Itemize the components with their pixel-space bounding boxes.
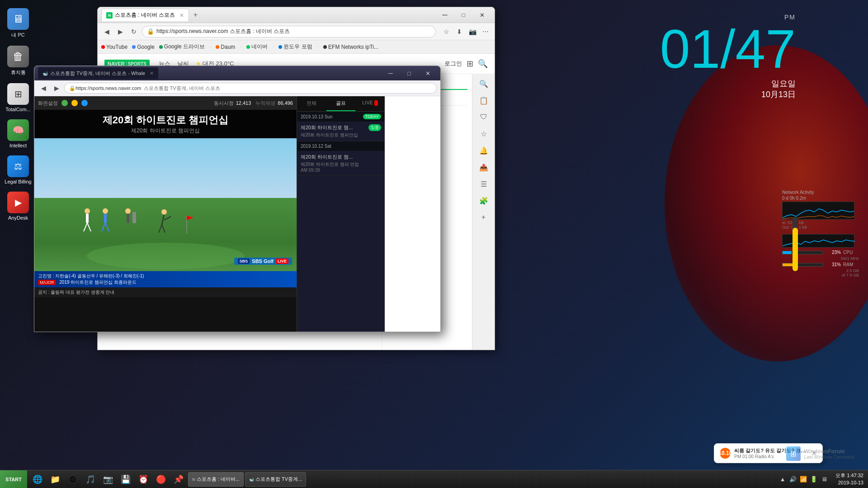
date-header-2: 2019.10.12 Sat (297, 141, 385, 151)
sidebar-search[interactable]: 🔍 (476, 76, 491, 91)
refresh-btn[interactable]: ↻ (128, 26, 139, 37)
maximize-btn[interactable]: □ (454, 8, 472, 22)
grid-icon[interactable]: ⊞ (467, 59, 473, 69)
whale-forward[interactable]: ▶ (51, 83, 62, 94)
new-tab-btn[interactable]: + (190, 9, 201, 20)
sidebar-bookmark[interactable]: 📋 (476, 93, 491, 108)
download-btn[interactable]: ⬇ (454, 26, 465, 37)
bookmark-btn[interactable]: ☆ (441, 26, 452, 37)
tray-show-hidden[interactable]: ▲ (778, 475, 787, 484)
close-btn[interactable]: ✕ (473, 8, 491, 22)
whale-active-tab[interactable]: 🐋 스포츠통합 TV중계, 네이버 스포츠 - Whale ✕ (38, 67, 158, 79)
windows-forum-watermark: ⊞ WindowsForum Last Windows Command (786, 446, 854, 461)
cpu-percent: 23% (825, 250, 841, 255)
tray-volume[interactable]: 🔊 (788, 475, 797, 484)
naver-url-bar[interactable]: 🔒 https://sports.news.naver.com 스포츠홈 : 네… (142, 26, 436, 38)
anydesk-icon-image: ▶ (7, 192, 29, 213)
schedule-item-1[interactable]: 제20회 하이트진로 챔... 있중 제20회 하이트진로 챔피언십 (297, 122, 385, 141)
sidebar-share[interactable]: 📤 (476, 160, 491, 174)
icon-legal-billing[interactable]: ⚖ Legal Billing (0, 152, 36, 188)
taskbar-icon-music[interactable]: 🎵 (82, 471, 99, 488)
sidebar-plus[interactable]: + (476, 210, 491, 225)
screenshot-btn[interactable]: 📷 (467, 26, 478, 37)
naver-navbar: ◀ ▶ ↻ 🔒 https://sports.news.naver.com 스포… (98, 23, 495, 40)
network-label: Network Activity (782, 190, 859, 195)
start-button[interactable]: START (0, 470, 27, 488)
taskbar-icon-save[interactable]: 💾 (118, 471, 134, 488)
date-1: 2019.10.13 Sun (301, 114, 333, 119)
sidebar-shield[interactable]: 🛡 (476, 110, 491, 124)
whale-minimize[interactable]: ─ (382, 66, 400, 80)
search-icon[interactable]: 🔍 (478, 59, 488, 69)
taskbar-icon-clock[interactable]: ⏰ (135, 471, 151, 488)
tray-monitor[interactable]: 🖥 (820, 475, 829, 484)
date-header-1: 2019.10.13 Sun TODAY (297, 112, 385, 122)
tv-broadcast-area: 화면설정 동시시청 12,413 누적재생 86,496 제20회 하이트진로 … (34, 96, 297, 332)
tray-time: 오후 1:47:32 2019-10-13 (835, 472, 863, 486)
svg-point-17 (161, 209, 167, 215)
bookmark-google-drive[interactable]: Google 드라이브 (159, 43, 205, 51)
sidebar-bell[interactable]: 🔔 (476, 143, 491, 158)
sidebar-list[interactable]: ☰ (476, 177, 491, 191)
taskbar-icon-folder[interactable]: 📁 (47, 471, 63, 488)
naver-tab-close[interactable]: ✕ (179, 12, 184, 19)
schedule-item-2[interactable]: 제20회 하이트진로 챔... 제20회 하이트진로 챔피 언업 AM 09:3… (297, 151, 385, 176)
bookmark-youtube[interactable]: YouTube (101, 44, 127, 50)
taskbar-icon-red[interactable]: 🔴 (153, 471, 169, 488)
svg-point-6 (85, 208, 90, 214)
whale-close[interactable]: ✕ (419, 66, 437, 80)
whale-back[interactable]: ◀ (38, 83, 49, 94)
taskbar-whale-window[interactable]: 🐋 스포츠통합 TV중계... (245, 472, 306, 487)
volume-slider[interactable] (793, 217, 798, 271)
tray-network[interactable]: 📶 (799, 475, 808, 484)
taskbar-time-area[interactable]: 오후 1:47:32 2019-10-13 (831, 470, 868, 488)
naver-active-tab[interactable]: N 스포츠홈 : 네이버 스포츠 ✕ (101, 9, 189, 21)
cpu-bar (782, 251, 823, 254)
taskbar-icon-pin[interactable]: 📌 (170, 471, 187, 488)
taskbar-icon-camera[interactable]: 📷 (100, 471, 116, 488)
svg-line-19 (164, 216, 171, 220)
icon-anydesk[interactable]: ▶ AnyDesk (0, 188, 36, 224)
bookmark-naver[interactable]: 네이버 (246, 43, 268, 51)
bookmark-windows-forum[interactable]: 윈도우 포럼 (278, 43, 312, 51)
icon-totalcommander[interactable]: ⊞ TotalCom... (0, 80, 36, 116)
bookmark-daum[interactable]: Daum (216, 44, 235, 50)
taskbar-naver-window[interactable]: N 스포츠홈 : 네이버... (188, 472, 244, 487)
dot-yellow[interactable] (71, 100, 78, 106)
screen-settings[interactable]: 화면설정 (38, 100, 58, 107)
icon-intellect[interactable]: 🧠 Intellect (0, 116, 36, 152)
bookmark-google[interactable]: Google (132, 44, 155, 50)
sidebar-puzzle[interactable]: 🧩 (476, 193, 491, 208)
dot-blue[interactable] (81, 100, 88, 106)
login-btn[interactable]: 로그인 (444, 60, 462, 68)
dot-green[interactable] (61, 100, 68, 106)
tab-live[interactable]: LIVE (355, 96, 385, 111)
whale-url-bar[interactable]: 🔒 https://sports.news.naver.com 스포츠통합 TV… (64, 83, 437, 94)
taskbar-icon-globe[interactable]: 🌐 (29, 471, 46, 488)
icon-trash[interactable]: 🗑 휴지통 (0, 42, 36, 80)
menu-btn[interactable]: ⋯ (480, 26, 491, 37)
sidebar-star[interactable]: ☆ (476, 127, 491, 141)
whale-titlebar: 🐋 스포츠통합 TV중계, 네이버 스포츠 - Whale ✕ ─ □ ✕ (34, 66, 440, 80)
back-btn[interactable]: ◀ (101, 26, 112, 37)
svg-line-13 (105, 223, 109, 231)
clock-widget: PM 01 / 47 일요일 10月13日 (660, 14, 796, 100)
tab-all[interactable]: 전체 (297, 96, 326, 111)
whale-maximize[interactable]: □ (400, 66, 418, 80)
minimize-btn[interactable]: ─ (436, 8, 454, 22)
taskbar-icon-settings[interactable]: ⚙ (65, 471, 81, 488)
bookmark-sep4: · (317, 43, 319, 51)
svg-line-20 (159, 225, 162, 233)
wf-subtitle: Last Windows Command (804, 455, 854, 460)
anydesk-label: AnyDesk (8, 215, 28, 221)
tray-battery[interactable]: 🔋 (809, 475, 818, 484)
live-label: 동시시청 (214, 100, 234, 107)
bookmark-efm[interactable]: EFM Networks ipTi... (323, 44, 378, 50)
naver-favicon2 (246, 45, 250, 49)
tab-golf[interactable]: 골프 (326, 96, 356, 111)
forward-btn[interactable]: ▶ (115, 26, 126, 37)
major-text: 2019 하이트진로 챔피언십 최종라운드 (59, 280, 137, 285)
whale-tab-close[interactable]: ✕ (150, 70, 154, 76)
desktop: 2019 10 w41 Sun 010203040506070809101112… (0, 0, 868, 488)
icon-my-pc[interactable]: 🖥 내 PC (0, 5, 36, 42)
